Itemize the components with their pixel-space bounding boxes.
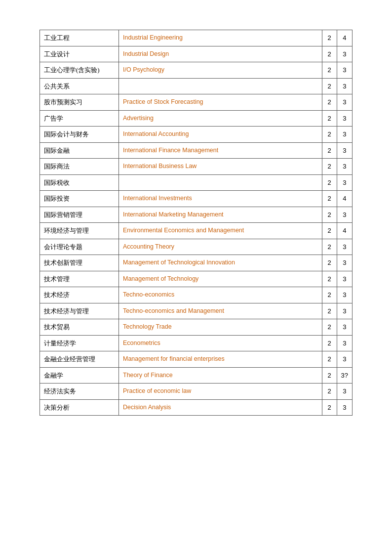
- cell-english: Management of Technology: [119, 271, 322, 287]
- cell-chinese: 国际商法: [40, 159, 119, 175]
- table-row: 技术经济Techno-economics23: [40, 287, 353, 303]
- cell-num1: 2: [322, 287, 337, 303]
- cell-num2: 3: [337, 271, 352, 287]
- cell-english: Industrial Engineering: [119, 30, 322, 46]
- cell-chinese: 公共关系: [40, 78, 119, 94]
- cell-english: International Finance Management: [119, 142, 322, 159]
- cell-english: Management of Technological Innovation: [119, 255, 322, 271]
- cell-num1: 2: [322, 127, 337, 143]
- cell-num2: 3?: [337, 367, 352, 384]
- cell-num1: 2: [322, 30, 337, 46]
- cell-num2: 3: [337, 142, 352, 159]
- cell-english: [119, 78, 322, 94]
- cell-num1: 2: [322, 207, 337, 223]
- cell-english: Techno-economics and Management: [119, 303, 322, 319]
- cell-chinese: 国际税收: [40, 174, 119, 191]
- table-row: 技术管理Management of Technology23: [40, 271, 353, 287]
- cell-english: Econometrics: [119, 335, 322, 351]
- table-row: 国际营销管理International Marketing Management…: [40, 207, 353, 223]
- cell-num1: 2: [322, 159, 337, 175]
- table-row: 经济法实务Practice of economic law23: [40, 384, 353, 400]
- cell-num2: 3: [337, 159, 352, 175]
- cell-chinese: 技术创新管理: [40, 255, 119, 271]
- table-row: 股市预测实习Practice of Stock Forecasting23: [40, 94, 353, 111]
- cell-english: Accounting Theory: [119, 239, 322, 255]
- cell-chinese: 技术经济: [40, 287, 119, 303]
- cell-chinese: 经济法实务: [40, 384, 119, 400]
- cell-num1: 2: [322, 142, 337, 159]
- cell-num2: 3: [337, 335, 352, 351]
- table-row: 会计理论专题Accounting Theory23: [40, 239, 353, 255]
- cell-num2: 3: [337, 319, 352, 336]
- cell-chinese: 工业设计: [40, 46, 119, 62]
- cell-chinese: 国际会计与财务: [40, 127, 119, 143]
- table-row: 环境经济与管理Environmental Economics and Manag…: [40, 223, 353, 239]
- cell-english: Techno-economics: [119, 287, 322, 303]
- cell-num1: 2: [322, 335, 337, 351]
- cell-num2: 3: [337, 46, 352, 62]
- cell-num1: 2: [322, 94, 337, 111]
- table-row: 技术贸易Technology Trade23: [40, 319, 353, 336]
- cell-chinese: 环境经济与管理: [40, 223, 119, 239]
- cell-chinese: 金融企业经营管理: [40, 351, 119, 368]
- cell-num1: 2: [322, 399, 337, 416]
- cell-num2: 3: [337, 62, 352, 79]
- table-row: 工业工程Industrial Engineering24: [40, 30, 353, 46]
- cell-chinese: 技术经济与管理: [40, 303, 119, 319]
- cell-english: I/O Psychology: [119, 62, 322, 79]
- cell-num1: 2: [322, 78, 337, 94]
- table-row: 工业设计Industrial Design23: [40, 46, 353, 62]
- cell-num2: 3: [337, 239, 352, 255]
- table-row: 国际金融International Finance Management23: [40, 142, 353, 159]
- cell-chinese: 国际金融: [40, 142, 119, 159]
- table-row: 工业心理学(含实验)I/O Psychology23: [40, 62, 353, 79]
- cell-english: International Business Law: [119, 159, 322, 175]
- cell-num1: 2: [322, 384, 337, 400]
- cell-num2: 3: [337, 174, 352, 191]
- table-row: 广告学Advertising23: [40, 110, 353, 127]
- cell-num2: 4: [337, 191, 352, 207]
- cell-chinese: 决策分析: [40, 399, 119, 416]
- cell-num2: 3: [337, 94, 352, 111]
- cell-num2: 3: [337, 287, 352, 303]
- cell-chinese: 工业心理学(含实验): [40, 62, 119, 79]
- table-row: 金融学Theory of Finance23?: [40, 367, 353, 384]
- table-row: 公共关系23: [40, 78, 353, 94]
- cell-chinese: 股市预测实习: [40, 94, 119, 111]
- cell-num2: 4: [337, 223, 352, 239]
- cell-num2: 3: [337, 207, 352, 223]
- cell-num1: 2: [322, 271, 337, 287]
- cell-english: International Accounting: [119, 127, 322, 143]
- cell-english: Environmental Economics and Management: [119, 223, 322, 239]
- cell-num1: 2: [322, 46, 337, 62]
- cell-num1: 2: [322, 174, 337, 191]
- table-row: 国际投资International Investments24: [40, 191, 353, 207]
- cell-chinese: 广告学: [40, 110, 119, 127]
- table-row: 技术创新管理Management of Technological Innova…: [40, 255, 353, 271]
- cell-english: Practice of economic law: [119, 384, 322, 400]
- cell-english: Decision Analysis: [119, 399, 322, 416]
- cell-chinese: 工业工程: [40, 30, 119, 46]
- cell-num1: 2: [322, 191, 337, 207]
- cell-num1: 2: [322, 239, 337, 255]
- cell-english: International Marketing Management: [119, 207, 322, 223]
- cell-num1: 2: [322, 367, 337, 384]
- table-row: 金融企业经营管理Management for financial enterpr…: [40, 351, 353, 368]
- table-row: 技术经济与管理Techno-economics and Management23: [40, 303, 353, 319]
- cell-chinese: 国际投资: [40, 191, 119, 207]
- cell-chinese: 技术管理: [40, 271, 119, 287]
- course-table: 工业工程Industrial Engineering24工业设计Industri…: [39, 30, 353, 416]
- cell-num1: 2: [322, 110, 337, 127]
- cell-chinese: 会计理论专题: [40, 239, 119, 255]
- table-row: 国际商法International Business Law23: [40, 159, 353, 175]
- cell-num1: 2: [322, 319, 337, 336]
- cell-english: Advertising: [119, 110, 322, 127]
- table-row: 决策分析Decision Analysis23: [40, 399, 353, 416]
- cell-num2: 3: [337, 384, 352, 400]
- cell-num2: 4: [337, 30, 352, 46]
- cell-english: Theory of Finance: [119, 367, 322, 384]
- cell-chinese: 国际营销管理: [40, 207, 119, 223]
- main-table-wrapper: 工业工程Industrial Engineering24工业设计Industri…: [39, 30, 353, 416]
- cell-num2: 3: [337, 127, 352, 143]
- cell-num2: 3: [337, 78, 352, 94]
